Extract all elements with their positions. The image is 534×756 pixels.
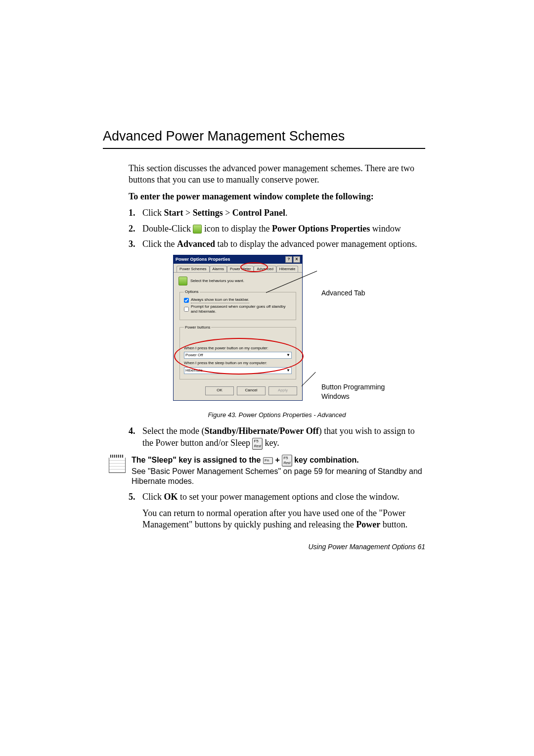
subheading: To enter the power management window com… bbox=[129, 191, 425, 202]
step-text: Select the mode ( bbox=[142, 426, 204, 436]
dialog-title: Power Options Properties bbox=[176, 257, 284, 263]
tab-power-schemes[interactable]: Power Schemes bbox=[177, 266, 210, 272]
gt: > bbox=[223, 208, 232, 218]
ok-bold: OK bbox=[164, 492, 178, 502]
note-icon bbox=[109, 455, 126, 486]
step-number: 4. bbox=[129, 425, 142, 449]
ok-button[interactable]: OK bbox=[205, 386, 234, 395]
step-number: 1. bbox=[129, 207, 142, 219]
step-text: tab to display the advanced power manage… bbox=[215, 239, 417, 249]
tab-row: Power Schemes Alarms Power Meter Advance… bbox=[174, 264, 302, 273]
always-show-icon-checkbox[interactable] bbox=[184, 298, 189, 303]
step-number: 3. bbox=[129, 238, 142, 250]
sleep-button-label: When I press the sleep button on my comp… bbox=[184, 361, 292, 366]
cancel-button[interactable]: Cancel bbox=[237, 386, 266, 395]
dialog-header-text: Select the behaviors you want. bbox=[190, 279, 244, 284]
sleep-button-select[interactable]: Hibernate▼ bbox=[184, 367, 292, 374]
apply-button[interactable]: Apply bbox=[268, 386, 297, 395]
figure-caption: Figure 43. Power Options Properties - Ad… bbox=[129, 411, 425, 420]
power-button-label: When I press the power button on my comp… bbox=[184, 346, 292, 351]
f5-rest-key-icon: F5Rest bbox=[252, 438, 262, 450]
fn-key-icon: Fn bbox=[263, 457, 273, 464]
step-3: 3. Click the Advanced tab to display the… bbox=[129, 238, 425, 250]
tab-alarms[interactable]: Alarms bbox=[210, 266, 227, 272]
step-text: Click bbox=[142, 208, 164, 218]
section-rule bbox=[103, 148, 425, 149]
dialog-title-bar: Power Options Properties ? X bbox=[174, 255, 302, 264]
callout-advanced-tab: Advanced Tab bbox=[321, 288, 365, 297]
step-2: 2. Double-Click icon to display the Powe… bbox=[129, 223, 425, 235]
note-block: The "Sleep" key is assigned to the Fn + … bbox=[109, 455, 425, 486]
control-panel-bold: Control Panel bbox=[232, 208, 285, 218]
step-text: key. bbox=[265, 438, 279, 448]
power-bold: Power bbox=[356, 520, 380, 529]
always-show-icon-label: Always show icon on the taskbar. bbox=[191, 297, 249, 303]
note-bold-b: key combination. bbox=[294, 456, 359, 464]
help-button[interactable]: ? bbox=[285, 256, 292, 263]
power-options-dialog: Power Options Properties ? X Power Schem… bbox=[173, 255, 303, 400]
step-number: 2. bbox=[129, 223, 142, 235]
figure-43: Power Options Properties ? X Power Schem… bbox=[173, 255, 425, 408]
step-4: 4. Select the mode (Standby/Hibernate/Po… bbox=[129, 425, 425, 449]
power-options-icon bbox=[193, 225, 202, 234]
modes-bold: Standby/Hibernate/Power Off bbox=[204, 426, 318, 436]
options-legend: Options bbox=[184, 289, 200, 294]
note-line-2: See "Basic Power Management Schemes" on … bbox=[132, 467, 425, 486]
step-text: Double-Click bbox=[142, 224, 193, 234]
prompt-password-checkbox[interactable] bbox=[184, 307, 189, 312]
power-buttons-legend: Power buttons bbox=[184, 325, 211, 330]
power-options-properties-bold: Power Options Properties bbox=[272, 224, 370, 234]
step-text: . bbox=[285, 208, 288, 218]
intro-paragraph: This section discusses the advanced powe… bbox=[129, 163, 425, 186]
step-1: 1. Click Start > Settings > Control Pane… bbox=[129, 207, 425, 219]
power-button-select[interactable]: Power Off▼ bbox=[184, 352, 292, 359]
step-text: to set your power management options and… bbox=[178, 492, 400, 502]
start-bold: Start bbox=[164, 208, 183, 218]
step-text: icon to display the bbox=[204, 224, 272, 234]
close-button[interactable]: X bbox=[293, 256, 300, 263]
settings-bold: Settings bbox=[193, 208, 223, 218]
prompt-password-label: Prompt for password when computer goes o… bbox=[191, 304, 292, 315]
step-5: 5. Click OK to set your power management… bbox=[129, 491, 425, 531]
step-number: 5. bbox=[129, 491, 142, 531]
f5-rest-key-icon: F5Rest bbox=[282, 455, 292, 467]
advanced-bold: Advanced bbox=[177, 239, 215, 249]
note-bold-a: The "Sleep" key is assigned to the bbox=[132, 456, 263, 464]
tab-power-meter[interactable]: Power Meter bbox=[227, 266, 254, 272]
battery-icon bbox=[178, 277, 187, 285]
page-footer: Using Power Management Options 61 bbox=[308, 543, 425, 551]
power-buttons-group: Power buttons When I press the power but… bbox=[179, 325, 296, 379]
step-text: Click bbox=[142, 492, 164, 502]
note-plus: + bbox=[275, 456, 282, 464]
section-title: Advanced Power Management Schemes bbox=[103, 129, 425, 144]
tab-advanced[interactable]: Advanced bbox=[254, 266, 276, 272]
tab-hibernate[interactable]: Hibernate bbox=[276, 266, 299, 272]
step-5-followup-b: button. bbox=[380, 520, 407, 529]
callout-button-programming: Button Programming Windows bbox=[321, 382, 396, 400]
step-text: Click the bbox=[142, 239, 177, 249]
options-group: Options Always show icon on the taskbar.… bbox=[179, 289, 296, 320]
step-text: window bbox=[370, 224, 401, 234]
gt: > bbox=[183, 208, 193, 218]
